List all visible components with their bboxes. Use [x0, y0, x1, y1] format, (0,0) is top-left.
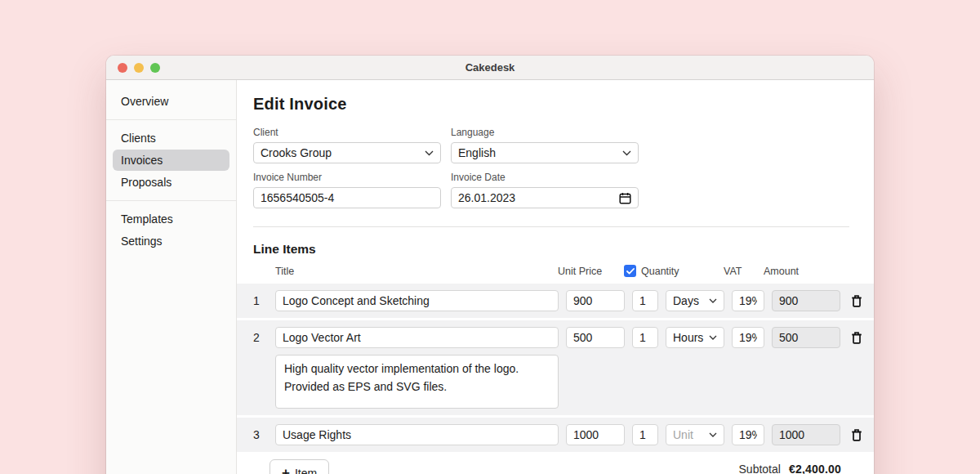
language-select-value: English — [458, 146, 496, 159]
row-number: 3 — [253, 428, 268, 441]
add-item-label: Item — [295, 467, 317, 474]
row-unit-select[interactable]: Hours — [666, 327, 724, 348]
line-item-row-2: 2 Hours — [237, 320, 874, 415]
line-item-row-1: 1 Days — [237, 284, 874, 318]
column-amount: Amount — [764, 266, 832, 277]
sidebar-divider — [106, 119, 236, 120]
chevron-down-icon — [709, 298, 717, 303]
window-titlebar: Cakedesk — [106, 56, 874, 80]
client-select-value: Crooks Group — [261, 146, 332, 159]
chevron-down-icon — [709, 432, 717, 437]
row-unit-price-input[interactable] — [566, 290, 625, 311]
sidebar-item-templates[interactable]: Templates — [113, 208, 229, 230]
line-items-heading: Line Items — [253, 242, 866, 257]
app-window: Cakedesk Overview Clients Invoices Propo… — [106, 56, 874, 474]
row-number: 1 — [253, 294, 268, 307]
sidebar: Overview Clients Invoices Proposals Temp… — [106, 80, 237, 474]
column-quantity: Quantity — [641, 266, 679, 277]
chevron-down-icon — [425, 150, 434, 156]
language-label: Language — [451, 127, 639, 138]
subtotal-value: €2,400.00 — [789, 463, 841, 474]
chevron-down-icon — [709, 335, 717, 340]
subtotal: Subtotal €2,400.00 — [739, 459, 841, 474]
line-item-row-3: 3 Unit — [237, 418, 874, 452]
row-quantity-input[interactable] — [632, 424, 658, 445]
invoice-number-label: Invoice Number — [253, 172, 441, 183]
row-vat-input[interactable] — [732, 424, 764, 445]
invoice-date-value: 26.01.2023 — [458, 191, 515, 204]
row-title-input[interactable] — [275, 327, 559, 348]
sidebar-item-invoices[interactable]: Invoices — [113, 150, 229, 171]
row-vat-input[interactable] — [732, 290, 764, 311]
row-amount-field — [772, 290, 840, 311]
page-title: Edit Invoice — [253, 95, 866, 114]
line-items-header: Title Unit Price Quantity VAT Amount — [253, 265, 866, 284]
calendar-icon[interactable] — [619, 192, 631, 204]
subtotal-label: Subtotal — [739, 463, 781, 474]
row-title-input[interactable] — [275, 424, 559, 445]
row-title-input[interactable] — [275, 290, 559, 311]
delete-row-icon[interactable] — [848, 294, 866, 307]
sidebar-item-proposals[interactable]: Proposals — [113, 172, 229, 193]
row-amount-field — [772, 424, 840, 445]
row-description-textarea[interactable]: High quality vector implementation of th… — [275, 355, 559, 409]
row-unit-value: Days — [673, 294, 699, 307]
language-select[interactable]: English — [451, 142, 639, 163]
quantity-checkbox[interactable] — [624, 265, 636, 277]
row-quantity-input[interactable] — [632, 327, 658, 348]
delete-row-icon[interactable] — [848, 331, 866, 344]
row-unit-price-input[interactable] — [566, 327, 625, 348]
row-unit-value: Hours — [673, 331, 703, 344]
row-vat-input[interactable] — [732, 327, 764, 348]
sidebar-item-settings[interactable]: Settings — [113, 230, 229, 252]
column-unit-price: Unit Price — [558, 266, 617, 277]
row-quantity-input[interactable] — [632, 290, 658, 311]
delete-row-icon[interactable] — [848, 428, 866, 441]
client-label: Client — [253, 127, 441, 138]
plus-icon: + — [282, 466, 290, 474]
row-unit-price-input[interactable] — [566, 424, 625, 445]
add-item-button[interactable]: + Item — [270, 459, 329, 474]
chevron-down-icon — [622, 150, 631, 156]
client-select[interactable]: Crooks Group — [253, 142, 441, 163]
row-number: 2 — [253, 331, 268, 344]
row-amount-field — [772, 327, 840, 348]
main-content: Edit Invoice Client Crooks Group Languag… — [237, 80, 874, 474]
sidebar-item-overview[interactable]: Overview — [113, 91, 229, 112]
row-unit-select[interactable]: Unit — [666, 424, 724, 445]
row-unit-placeholder: Unit — [673, 428, 693, 441]
column-title: Title — [275, 266, 550, 277]
invoice-date-label: Invoice Date — [451, 172, 639, 183]
sidebar-divider — [106, 200, 236, 201]
sidebar-item-clients[interactable]: Clients — [113, 127, 229, 149]
invoice-number-input[interactable] — [253, 187, 441, 208]
invoice-date-input[interactable]: 26.01.2023 — [451, 187, 639, 208]
column-vat: VAT — [724, 266, 756, 277]
row-unit-select[interactable]: Days — [666, 290, 724, 311]
window-title: Cakedesk — [106, 61, 874, 74]
section-divider — [253, 226, 849, 227]
